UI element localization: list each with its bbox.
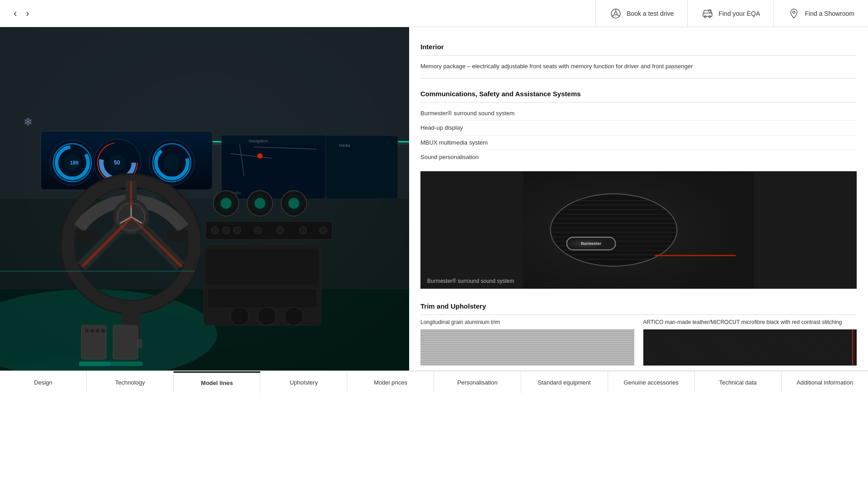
header-actions: Book a test drive Find your EQA [595, 0, 868, 27]
nav-model-lines[interactable]: Model lines [174, 371, 260, 393]
svg-rect-119 [655, 255, 736, 256]
svg-text:Burmester: Burmester [581, 241, 602, 246]
car-search-icon [701, 7, 714, 20]
next-arrow[interactable]: › [26, 8, 29, 19]
svg-point-61 [221, 198, 231, 209]
book-test-drive-label: Book a test drive [627, 10, 674, 17]
svg-text:❄: ❄ [24, 116, 33, 128]
nav-standard-equipment[interactable]: Standard equipment [521, 371, 608, 393]
svg-rect-55 [76, 230, 98, 242]
steering-wheel-icon [609, 7, 622, 20]
find-eqa-label: Find your EQA [718, 10, 760, 17]
svg-line-4 [617, 14, 620, 16]
feature-image-caption: Burmester® surround sound system [427, 278, 514, 284]
trim-aluminum-swatch [420, 329, 634, 366]
svg-rect-86 [96, 329, 99, 333]
comm-item-4: Sound personalisation [420, 150, 857, 164]
svg-point-1 [614, 12, 617, 15]
bottom-navigation: Design Technology Model lines Upholstery… [0, 371, 868, 393]
location-icon [788, 7, 800, 20]
svg-rect-84 [85, 329, 89, 333]
find-showroom-button[interactable]: Find a Showroom [774, 0, 868, 27]
header: ‹ › Book a test drive [0, 0, 868, 27]
nav-personalisation[interactable]: Personalisation [434, 371, 521, 393]
svg-point-33 [164, 155, 180, 171]
svg-point-74 [299, 227, 307, 234]
svg-rect-78 [208, 289, 316, 307]
main-content: 180 50 Navigation Radio Media [0, 27, 868, 371]
svg-rect-42 [326, 136, 398, 199]
communications-section: Communications, Safety and Assistance Sy… [420, 83, 857, 164]
trim-leather-label: ARTICO man-made leather/MICROCUT microfi… [643, 319, 857, 326]
nav-upholstery[interactable]: Upholstery [260, 371, 347, 393]
svg-point-71 [234, 227, 241, 234]
prev-arrow[interactable]: ‹ [14, 8, 17, 19]
burmester-image: Burmester Burmester® surround sound syst… [420, 171, 857, 289]
nav-technical-data[interactable]: Technical data [695, 371, 782, 393]
info-panel: Interior Memory package – electrically a… [409, 27, 868, 371]
nav-design[interactable]: Design [0, 371, 87, 393]
nav-model-prices[interactable]: Model prices [347, 371, 434, 393]
svg-rect-83 [113, 325, 138, 359]
trim-title: Trim and Upholstery [420, 296, 857, 315]
interior-image-panel: 180 50 Navigation Radio Media [0, 27, 409, 371]
svg-point-70 [222, 227, 230, 234]
svg-point-72 [254, 227, 261, 234]
svg-rect-89 [111, 361, 142, 366]
trim-grid: Longitudinal grain aluminium trim ARTICO… [420, 319, 857, 366]
nav-technology[interactable]: Technology [87, 371, 174, 393]
trim-section: Trim and Upholstery Longitudinal grain a… [420, 296, 857, 366]
trim-item-leather: ARTICO man-made leather/MICROCUT microfi… [643, 319, 857, 366]
find-showroom-label: Find a Showroom [805, 10, 854, 17]
trim-item-aluminum: Longitudinal grain aluminium trim [420, 319, 634, 366]
find-eqa-button[interactable]: Find your EQA [687, 0, 774, 27]
svg-point-10 [793, 11, 795, 13]
svg-text:Navigation: Navigation [249, 139, 268, 143]
svg-point-7 [709, 16, 711, 18]
svg-rect-5 [703, 13, 712, 16]
svg-point-75 [320, 227, 327, 234]
svg-point-64 [255, 198, 265, 209]
svg-point-6 [704, 16, 706, 18]
comm-item-1: Burmester® surround sound system [420, 106, 857, 121]
svg-text:180: 180 [70, 160, 78, 165]
interior-section: Interior Memory package – electrically a… [420, 36, 857, 74]
svg-rect-34 [222, 136, 326, 199]
interior-description: Memory package – electrically adjustable… [420, 59, 857, 74]
interior-image: 180 50 Navigation Radio Media [0, 27, 409, 371]
trim-leather-swatch [643, 329, 857, 366]
svg-rect-77 [206, 249, 319, 285]
svg-rect-56 [166, 230, 188, 242]
svg-point-73 [277, 227, 284, 234]
interior-title: Interior [420, 36, 857, 56]
book-test-drive-button[interactable]: Book a test drive [595, 0, 687, 27]
svg-rect-88 [79, 361, 111, 366]
svg-point-79 [231, 307, 249, 325]
svg-point-40 [257, 153, 263, 159]
nav-genuine-accessories[interactable]: Genuine accessories [608, 371, 695, 393]
comm-item-3: MBUX multimedia system [420, 136, 857, 150]
svg-rect-35 [222, 136, 326, 145]
comm-item-2: Head-up display [420, 121, 857, 136]
svg-text:50: 50 [114, 160, 120, 166]
svg-point-81 [285, 307, 303, 325]
svg-rect-85 [90, 329, 94, 333]
burmester-speaker-image: Burmester [420, 171, 857, 289]
nav-additional-information[interactable]: Additional information [782, 371, 868, 393]
navigation-arrows: ‹ › [0, 8, 43, 19]
svg-line-3 [612, 14, 614, 16]
trim-aluminum-label: Longitudinal grain aluminium trim [420, 319, 634, 326]
svg-point-80 [258, 307, 276, 325]
communications-title: Communications, Safety and Assistance Sy… [420, 83, 857, 103]
svg-point-69 [211, 227, 218, 234]
svg-point-67 [288, 198, 299, 209]
svg-text:Media: Media [339, 143, 350, 148]
svg-line-9 [711, 12, 712, 13]
svg-rect-87 [101, 329, 105, 333]
